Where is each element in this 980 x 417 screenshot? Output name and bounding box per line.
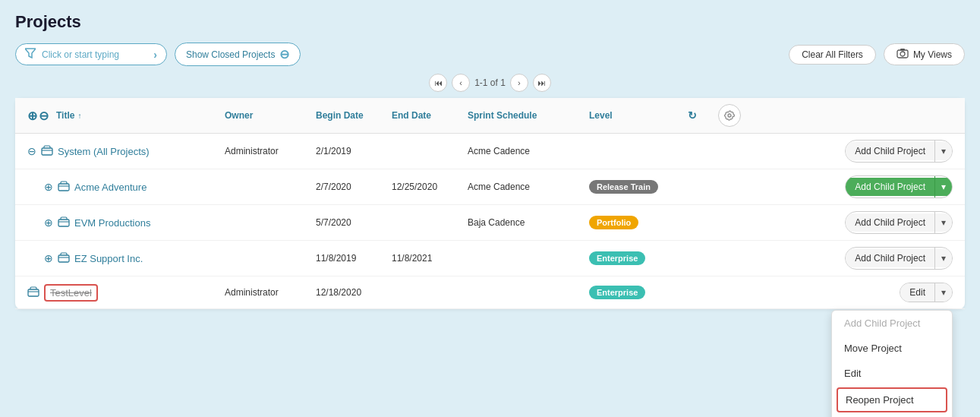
expand-acme-icon[interactable]: ⊕ xyxy=(44,181,53,193)
row-title-text-evm: EVM Productions xyxy=(74,217,150,229)
col-title: ⊕ ⊖ Title ↑ xyxy=(27,104,225,127)
toolbar-right: Clear All Filters My Views xyxy=(789,43,965,65)
row-title-acme: ⊕ Acme Adventure xyxy=(27,181,225,194)
filter-chevron-icon: › xyxy=(153,49,157,61)
col-title-label: Title xyxy=(56,110,74,121)
row-level-testlevel: Enterprise xyxy=(589,286,688,299)
row-sprint-system: Acme Cadence xyxy=(468,146,589,156)
add-child-main-btn-acme[interactable]: Add Child Project xyxy=(846,178,934,196)
project-node-icon xyxy=(58,252,70,265)
add-child-arrow-btn-acme[interactable]: ▾ xyxy=(935,178,952,196)
edit-main-btn[interactable]: Edit xyxy=(900,283,934,302)
expand-ez-icon[interactable]: ⊕ xyxy=(44,252,53,264)
dropdown-item-edit[interactable]: Edit xyxy=(832,361,952,386)
row-title-text-testlevel: TestLevel xyxy=(50,287,92,299)
add-child-main-btn-evm[interactable]: Add Child Project xyxy=(846,213,934,232)
row-title-system: ⊖ System (All Projects) xyxy=(27,145,225,158)
project-node-icon xyxy=(58,181,70,194)
prev-page-button[interactable]: ‹ xyxy=(452,74,470,92)
level-badge-enterprise-ez: Enterprise xyxy=(589,251,645,265)
filter-icon xyxy=(25,48,36,61)
table-row: ⊕ EZ Support Inc. 11/8/2019 11/8/2021 En… xyxy=(15,241,965,276)
add-child-arrow-btn-evm[interactable]: ▾ xyxy=(935,213,952,232)
row-begin-acme: 2/7/2020 xyxy=(316,182,392,192)
add-child-main-btn-ez[interactable]: Add Child Project xyxy=(846,249,934,267)
svg-rect-3 xyxy=(900,49,905,51)
svg-marker-0 xyxy=(25,49,36,58)
dropdown-item-add-child: Add Child Project xyxy=(832,311,952,336)
refresh-icon[interactable]: ↻ xyxy=(688,109,697,122)
filter-input-box[interactable]: Click or start typing › xyxy=(15,43,167,65)
row-level-acme: Release Train xyxy=(589,180,688,194)
edit-dropdown-menu: Add Child Project Move Project Edit Reop… xyxy=(831,310,953,417)
row-owner-testlevel: Administrator xyxy=(225,287,316,298)
camera-icon xyxy=(896,48,909,61)
dropdown-item-export-mpx[interactable]: Export MPX xyxy=(832,414,952,417)
col-end-date: End Date xyxy=(392,104,468,127)
row-level-ez: Enterprise xyxy=(589,251,688,265)
expand-collapse-controls: ⊕ ⊖ xyxy=(27,109,49,123)
filter-placeholder: Click or start typing xyxy=(42,49,147,60)
col-refresh: ↻ xyxy=(688,104,718,127)
add-child-button-ez[interactable]: Add Child Project ▾ xyxy=(845,247,953,270)
col-level: Level xyxy=(589,104,688,127)
add-child-button-system[interactable]: Add Child Project ▾ xyxy=(845,140,953,163)
settings-icon-btn[interactable] xyxy=(718,104,741,127)
add-child-arrow-btn-ez[interactable]: ▾ xyxy=(935,249,952,267)
svg-point-2 xyxy=(900,52,905,56)
dropdown-item-move-project[interactable]: Move Project xyxy=(832,336,952,361)
pagination-info: 1-1 of 1 xyxy=(474,77,506,88)
row-actions-testlevel: Edit ▾ xyxy=(718,283,953,302)
page-container: Projects Click or start typing › Show Cl… xyxy=(0,0,980,417)
collapse-system-icon[interactable]: ⊖ xyxy=(27,145,36,157)
row-owner-system: Administrator xyxy=(225,146,316,156)
row-title-ez: ⊕ EZ Support Inc. xyxy=(27,252,225,265)
add-child-button-acme[interactable]: Add Child Project ▾ xyxy=(845,175,953,198)
dropdown-item-reopen-project[interactable]: Reopen Project xyxy=(837,387,947,412)
col-settings xyxy=(718,104,953,127)
add-child-main-btn-system[interactable]: Add Child Project xyxy=(846,142,934,160)
level-badge-enterprise-test: Enterprise xyxy=(589,286,645,299)
expand-all-icon[interactable]: ⊕ xyxy=(27,109,37,123)
project-node-icon xyxy=(58,216,70,229)
row-level-evm: Portfolio xyxy=(589,216,688,229)
testlevel-highlight-box: TestLevel xyxy=(44,284,98,302)
clear-filters-button[interactable]: Clear All Filters xyxy=(789,45,876,65)
svg-rect-4 xyxy=(42,148,52,155)
edit-arrow-btn[interactable]: ▾ xyxy=(934,283,952,302)
toolbar: Click or start typing › Show Closed Proj… xyxy=(15,43,965,66)
svg-rect-8 xyxy=(28,289,39,296)
minus-circle-icon: ⊖ xyxy=(279,47,289,62)
next-page-button[interactable]: › xyxy=(510,74,528,92)
add-child-arrow-btn-system[interactable]: ▾ xyxy=(935,142,952,160)
row-title-text-system: System (All Projects) xyxy=(58,146,150,157)
row-title-text-acme: Acme Adventure xyxy=(74,182,147,193)
projects-table-card: ⊕ ⊖ Title ↑ Owner Begin Date End Date Sp… xyxy=(15,98,965,309)
sort-asc-icon[interactable]: ↑ xyxy=(77,112,81,120)
page-title: Projects xyxy=(15,12,965,32)
expand-evm-icon[interactable]: ⊕ xyxy=(44,216,53,229)
first-page-button[interactable]: ⏮ xyxy=(429,74,447,92)
row-begin-ez: 11/8/2019 xyxy=(316,253,392,264)
add-child-button-evm[interactable]: Add Child Project ▾ xyxy=(845,211,953,234)
row-actions-system: Add Child Project ▾ xyxy=(718,140,953,163)
row-title-testlevel: TestLevel xyxy=(27,284,225,302)
project-node-icon xyxy=(41,145,53,158)
table-header: ⊕ ⊖ Title ↑ Owner Begin Date End Date Sp… xyxy=(15,98,965,134)
svg-rect-5 xyxy=(58,184,69,191)
collapse-all-icon[interactable]: ⊖ xyxy=(39,109,49,123)
row-begin-evm: 5/7/2020 xyxy=(316,217,392,228)
my-views-button[interactable]: My Views xyxy=(884,43,965,65)
row-end-acme: 12/25/2020 xyxy=(392,182,468,192)
level-badge-release-train: Release Train xyxy=(589,180,658,194)
row-actions-acme: Add Child Project ▾ xyxy=(718,175,953,198)
edit-button-testlevel[interactable]: Edit ▾ xyxy=(900,283,953,302)
col-begin-date: Begin Date xyxy=(316,104,392,127)
last-page-button[interactable]: ⏭ xyxy=(533,74,551,92)
project-node-icon xyxy=(27,286,39,299)
my-views-label: My Views xyxy=(913,49,952,60)
row-title-text-ez: EZ Support Inc. xyxy=(74,253,143,264)
row-actions-ez: Add Child Project ▾ xyxy=(718,247,953,270)
show-closed-button[interactable]: Show Closed Projects ⊖ xyxy=(175,43,301,66)
table-row: ⊖ System (All Projects) Administrator 2/… xyxy=(15,134,965,169)
